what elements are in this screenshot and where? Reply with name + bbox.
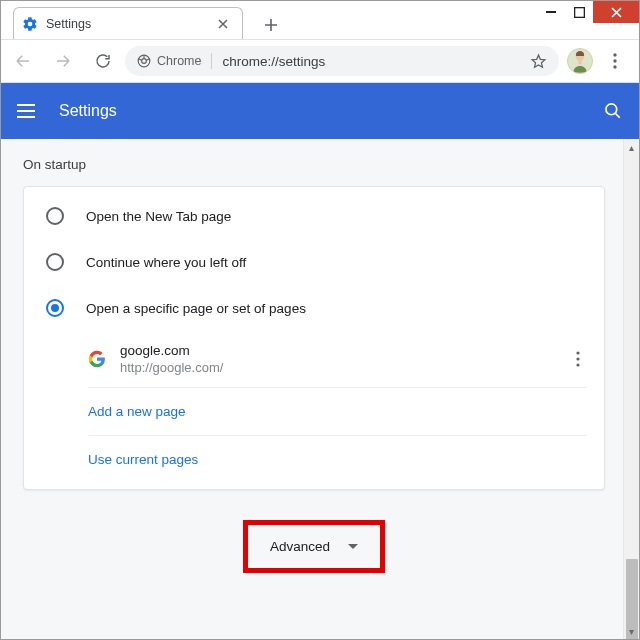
startup-page-url: http://google.com/ bbox=[120, 360, 556, 375]
settings-header: Settings bbox=[1, 83, 639, 139]
close-window-button[interactable] bbox=[593, 1, 639, 23]
chrome-icon bbox=[137, 54, 151, 68]
toolbar: Chrome chrome://settings bbox=[1, 39, 639, 83]
google-favicon-icon bbox=[88, 350, 106, 368]
gear-icon bbox=[22, 16, 38, 32]
settings-content: On startup Open the New Tab page Continu… bbox=[1, 139, 623, 639]
browser-window: Settings Chrome chrome://settings bbox=[0, 0, 640, 640]
browser-menu-button[interactable] bbox=[601, 53, 629, 69]
tab-title: Settings bbox=[46, 17, 210, 31]
option-continue[interactable]: Continue where you left off bbox=[24, 239, 604, 285]
chevron-down-icon bbox=[348, 544, 358, 549]
advanced-label: Advanced bbox=[270, 539, 330, 554]
svg-rect-0 bbox=[546, 11, 556, 13]
svg-point-6 bbox=[613, 53, 616, 56]
titlebar: Settings bbox=[1, 1, 639, 39]
startup-page-row: google.com http://google.com/ bbox=[88, 331, 586, 387]
add-new-page-link[interactable]: Add a new page bbox=[88, 388, 586, 435]
settings-title: Settings bbox=[59, 102, 603, 120]
option-label: Open the New Tab page bbox=[86, 209, 231, 224]
radio-unselected-icon[interactable] bbox=[46, 253, 64, 271]
option-new-tab[interactable]: Open the New Tab page bbox=[24, 193, 604, 239]
browser-tab[interactable]: Settings bbox=[13, 7, 243, 39]
page-row-more-icon[interactable] bbox=[570, 345, 586, 373]
use-current-pages-link[interactable]: Use current pages bbox=[88, 436, 586, 483]
svg-point-8 bbox=[613, 65, 616, 68]
new-tab-button[interactable] bbox=[259, 13, 283, 37]
menu-icon[interactable] bbox=[17, 104, 41, 118]
close-tab-icon[interactable] bbox=[218, 19, 234, 29]
svg-point-12 bbox=[576, 363, 579, 366]
content-area: On startup Open the New Tab page Continu… bbox=[1, 139, 639, 639]
radio-selected-icon[interactable] bbox=[46, 299, 64, 317]
vertical-scrollbar[interactable]: ▴ ▾ bbox=[623, 139, 639, 639]
minimize-button[interactable] bbox=[537, 1, 565, 23]
option-label: Open a specific page or set of pages bbox=[86, 301, 306, 316]
section-on-startup: On startup bbox=[23, 157, 605, 172]
maximize-button[interactable] bbox=[565, 1, 593, 23]
svg-point-10 bbox=[576, 351, 579, 354]
reload-button[interactable] bbox=[85, 43, 121, 79]
option-specific-pages[interactable]: Open a specific page or set of pages bbox=[24, 285, 604, 331]
forward-button[interactable] bbox=[45, 43, 81, 79]
svg-rect-5 bbox=[578, 60, 581, 64]
svg-point-3 bbox=[142, 59, 147, 64]
svg-point-7 bbox=[613, 59, 616, 62]
startup-pages: google.com http://google.com/ Add a new … bbox=[88, 331, 586, 483]
profile-avatar[interactable] bbox=[563, 43, 597, 79]
scroll-down-icon[interactable]: ▾ bbox=[624, 623, 639, 639]
svg-point-11 bbox=[576, 357, 579, 360]
search-icon[interactable] bbox=[603, 101, 623, 121]
advanced-section: Advanced bbox=[23, 520, 605, 573]
scroll-up-icon[interactable]: ▴ bbox=[624, 139, 639, 155]
radio-unselected-icon[interactable] bbox=[46, 207, 64, 225]
option-label: Continue where you left off bbox=[86, 255, 246, 270]
back-button[interactable] bbox=[5, 43, 41, 79]
omnibox-divider bbox=[211, 53, 212, 69]
svg-rect-1 bbox=[574, 7, 584, 17]
advanced-toggle[interactable]: Advanced bbox=[252, 527, 376, 566]
window-controls bbox=[537, 1, 639, 23]
omnibox[interactable]: Chrome chrome://settings bbox=[125, 46, 559, 76]
startup-page-name: google.com bbox=[120, 343, 556, 358]
annotation-highlight: Advanced bbox=[243, 520, 385, 573]
bookmark-star-icon[interactable] bbox=[530, 53, 547, 70]
site-info[interactable]: Chrome bbox=[137, 54, 201, 68]
svg-point-9 bbox=[606, 104, 617, 115]
startup-card: Open the New Tab page Continue where you… bbox=[23, 186, 605, 490]
secure-label: Chrome bbox=[157, 54, 201, 68]
url-text: chrome://settings bbox=[222, 54, 325, 69]
